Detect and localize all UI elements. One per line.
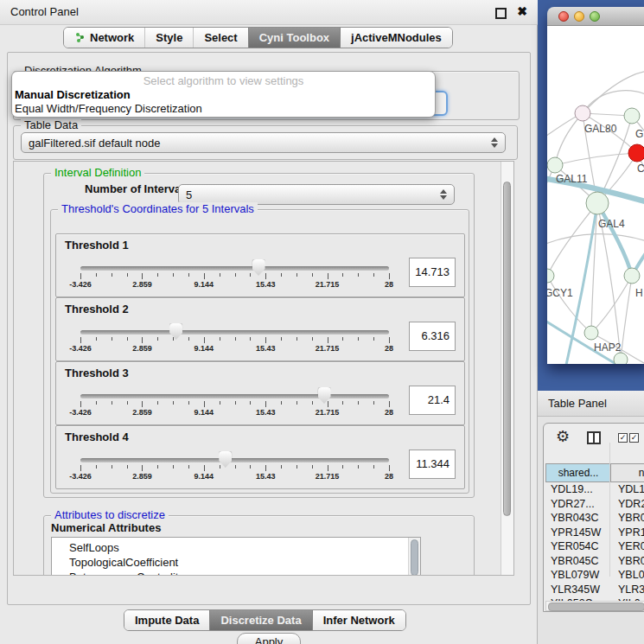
slider-track[interactable]	[80, 330, 389, 335]
tab-select[interactable]: Select	[193, 28, 247, 48]
network-node[interactable]	[614, 353, 628, 364]
hscroll-thumb[interactable]	[548, 603, 644, 611]
top-tab-bar: NetworkStyleSelectCyni ToolboxjActiveMNo…	[63, 27, 453, 48]
threshold-value-field[interactable]: 14.713	[409, 258, 456, 287]
table-row[interactable]: YDR27...YDR2	[545, 497, 644, 512]
network-edge[interactable]	[547, 165, 555, 233]
threshold-value-field[interactable]: 11.344	[409, 450, 456, 479]
cell-name: YBL0	[618, 568, 644, 583]
tab-impute-data[interactable]: Impute Data	[124, 610, 209, 630]
table-data-group: Table Data galFiltered.sif default node	[13, 125, 518, 160]
cytoscape-desktop: GAL80GCGAL11GAL4GCY1HHAP2	[538, 0, 644, 392]
network-node-gal11[interactable]	[547, 157, 563, 173]
network-canvas[interactable]: GAL80GCGAL11GAL4GCY1HHAP2	[547, 26, 644, 364]
attributes-list-scrollbar[interactable]	[408, 538, 420, 576]
popup-item-equal-width-frequency[interactable]: Equal Width/Frequency Discretization	[12, 102, 435, 116]
attribute-item-betweennesscentrality[interactable]: BetweennessCentrality	[52, 570, 420, 576]
cell-shared-name: YDL19...	[551, 482, 593, 497]
attribute-item-topologicalcoefficient[interactable]: TopologicalCoefficient	[52, 555, 420, 570]
threshold-value-field[interactable]: 6.316	[409, 322, 456, 351]
network-node-g[interactable]	[624, 108, 640, 124]
threshold-value-field[interactable]: 21.4	[409, 386, 456, 415]
network-node-gal4[interactable]	[586, 192, 609, 214]
numerical-attributes-label: Numerical Attributes	[51, 521, 161, 534]
slider-tick-labels: -3.4262.8599.14415.4321.71528	[80, 408, 389, 418]
cell-name: YDR2	[618, 497, 644, 512]
cyni-toolbox-pane: Discretization Algorithm Table Data galF…	[7, 52, 531, 605]
combo-spinner-icon	[491, 137, 498, 148]
network-window-titlebar[interactable]	[547, 7, 644, 26]
column-layout-icon[interactable]	[587, 431, 601, 444]
network-node-gal80[interactable]	[575, 105, 590, 121]
network-edge[interactable]	[547, 276, 591, 333]
close-traffic-light-icon[interactable]	[558, 11, 569, 22]
tab-discretize-data[interactable]: Discretize Data	[209, 610, 311, 630]
number-of-intervals-value: 5	[186, 188, 192, 201]
table-row[interactable]: YER054CYER0	[545, 539, 644, 554]
close-icon[interactable]: ✖	[517, 4, 527, 18]
table-horizontal-scrollbar[interactable]	[545, 601, 644, 611]
slider-track[interactable]	[80, 266, 389, 271]
table-panel: Table Panel ⚙ ✓ ✓ shared...naYDL19...YDL…	[538, 391, 644, 644]
tab-label: Network	[90, 31, 134, 44]
table-header-name[interactable]: na	[611, 463, 644, 482]
tab-cyni-toolbox[interactable]: Cyni Toolbox	[248, 28, 340, 48]
network-node-h[interactable]	[624, 268, 640, 284]
network-node-gcy1[interactable]	[547, 269, 554, 283]
network-edge[interactable]	[621, 276, 632, 360]
tab-style[interactable]: Style	[144, 28, 193, 48]
attributes-group-title: Attributes to discretize	[51, 508, 169, 522]
network-view-window[interactable]: GAL80GCGAL11GAL4GCY1HHAP2	[547, 7, 644, 364]
panel-title: Control Panel	[10, 0, 79, 24]
table-panel-titlebar: Table Panel	[538, 391, 644, 417]
cell-shared-name: YBL079W	[551, 568, 599, 583]
checkbox-icon[interactable]: ✓	[629, 433, 639, 443]
float-window-icon[interactable]	[495, 8, 507, 19]
table-row[interactable]: YPR145WYPR1	[545, 526, 644, 540]
zoom-traffic-light-icon[interactable]	[590, 11, 600, 22]
cell-name: YLR3	[618, 583, 644, 597]
table-row[interactable]: YLR345WYLR3	[545, 583, 644, 597]
gear-icon[interactable]: ⚙	[556, 427, 570, 446]
threshold-4-panel: Threshold 4-3.4262.8599.14415.4321.71528…	[55, 425, 465, 489]
network-edge[interactable]	[547, 203, 597, 276]
tab-label: Impute Data	[135, 614, 199, 627]
threshold-label: Threshold 2	[65, 303, 129, 316]
attribute-item-selfloops[interactable]: SelfLoops	[52, 540, 420, 555]
table-row[interactable]: YDL19...YDL1	[545, 482, 644, 497]
slider-track[interactable]	[80, 394, 389, 399]
popup-item-placeholder[interactable]: Select algorithm to view settings	[12, 74, 435, 88]
slider-track[interactable]	[80, 458, 389, 462]
network-edge-highlighted[interactable]	[597, 203, 632, 276]
slider-ticks	[80, 337, 389, 344]
table-row[interactable]: YBL079WYBL0	[545, 568, 644, 583]
numerical-attributes-list[interactable]: SelfLoopsTopologicalCoefficientBetweenne…	[51, 537, 421, 576]
tab-infer-network[interactable]: Infer Network	[312, 610, 405, 630]
threshold-coordinates-group: Threshold's Coordinates for 5 Intervals …	[50, 209, 469, 494]
network-node-hap2[interactable]	[584, 326, 598, 340]
popup-item-manual-discretization[interactable]: Manual Discretization	[12, 88, 435, 102]
table-data-combo[interactable]: galFiltered.sif default node	[21, 132, 506, 153]
checkbox-icon[interactable]: ✓	[618, 433, 628, 443]
threshold-label: Threshold 4	[65, 430, 129, 443]
table-row[interactable]: YBR043CYBR0	[545, 511, 644, 526]
settings-scroll-viewport: Interval Definition Number of Intervals …	[13, 161, 514, 576]
viewport-scrollbar-thumb[interactable]	[503, 182, 511, 516]
tab-jactivemnodules[interactable]: jActiveMNodules	[340, 28, 452, 48]
table-header-shared-name[interactable]: shared...	[545, 463, 611, 482]
tab-label: Select	[204, 31, 237, 44]
viewport-scrollbar[interactable]	[501, 162, 513, 575]
threshold-label: Threshold 3	[65, 367, 129, 379]
network-icon	[74, 32, 86, 43]
apply-button[interactable]: Apply	[237, 633, 301, 644]
tab-label: Discretize Data	[220, 614, 301, 627]
minimize-traffic-light-icon[interactable]	[574, 11, 584, 22]
table-row[interactable]: YBR045CYBR0	[545, 554, 644, 569]
tab-network[interactable]: Network	[64, 28, 144, 48]
slider-tick-labels: -3.4262.8599.14415.4321.71528	[80, 344, 389, 354]
slider-ticks	[80, 273, 389, 280]
network-edge[interactable]	[555, 153, 637, 165]
cell-shared-name: YPR145W	[551, 526, 601, 540]
number-of-intervals-label: Number of Intervals	[85, 182, 190, 195]
network-node-c[interactable]	[628, 144, 644, 162]
